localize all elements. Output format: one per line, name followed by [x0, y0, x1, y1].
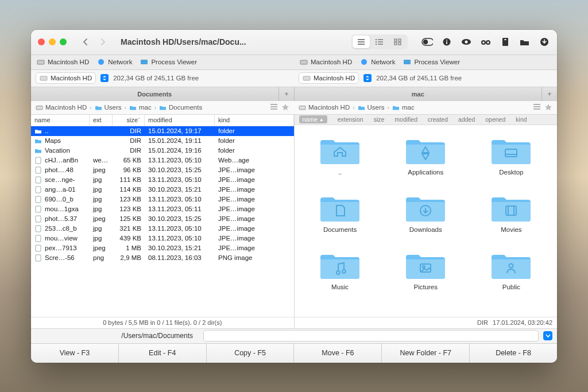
grid-item-label: Public	[502, 284, 520, 290]
svg-rect-35	[36, 106, 42, 110]
file-row[interactable]: ang…a-01jpg114 KB30.10.2023, 15:21JPE…im…	[31, 185, 294, 195]
file-row[interactable]: mou…1gxajpg123 KB13.11.2023, 05:11JPE…im…	[31, 204, 294, 214]
drive-selector-right[interactable]: Macintosh HD	[299, 72, 359, 84]
grid-col-size[interactable]: size	[374, 116, 385, 123]
minimize-window-button[interactable]	[49, 38, 56, 45]
archive-icon[interactable]	[500, 36, 511, 48]
breadcrumb-right: Macintosh HD›Users›mac	[294, 101, 557, 114]
star-icon[interactable]	[281, 103, 289, 111]
folder-icon[interactable]	[519, 36, 531, 48]
svg-rect-27	[37, 60, 44, 64]
grid-col-extension[interactable]: extension	[338, 116, 363, 123]
file-row[interactable]: VacationDIR15.01.2024, 19:16folder	[31, 146, 294, 156]
file-row[interactable]: 690…0_bjpg123 KB13.11.2023, 05:10JPE…ima…	[31, 195, 294, 204]
grid-item[interactable]: Public	[471, 248, 551, 290]
view-button[interactable]: View - F3	[31, 344, 119, 363]
col-size-header[interactable]: size	[113, 115, 145, 126]
close-window-button[interactable]	[38, 38, 45, 45]
grid-item[interactable]: ..	[300, 133, 380, 176]
star-icon[interactable]	[544, 103, 552, 111]
info-icon[interactable]	[441, 36, 452, 48]
delete-button[interactable]: Delete - F8	[470, 344, 557, 363]
file-row[interactable]: mou…viewjpg439 KB13.11.2023, 05:10JPE…im…	[31, 234, 294, 243]
file-row[interactable]: phot…5.37jpeg125 KB30.10.2023, 15:25JPE……	[31, 214, 294, 224]
location-process-left[interactable]: Process Viewer	[140, 58, 197, 66]
svg-point-23	[487, 41, 489, 44]
drive-selector-left[interactable]: Macintosh HD	[36, 72, 96, 84]
breadcrumb-segment[interactable]: Macintosh HD	[36, 104, 87, 111]
breadcrumb-segment[interactable]: Macintosh HD	[299, 104, 350, 111]
file-row[interactable]: 253…c8_bjpg321 KB13.11.2023, 05:10JPE…im…	[31, 224, 294, 234]
file-row[interactable]: ..DIR15.01.2024, 19:17folder	[31, 126, 294, 136]
file-row[interactable]: sce…nge-jpg111 KB13.11.2023, 05:10JPE…im…	[31, 175, 294, 185]
path-row: /Users/mac/Documents	[31, 328, 557, 343]
path-field[interactable]	[203, 330, 539, 341]
file-row[interactable]: pex…7913jpeg1 MB30.10.2023, 15:21JPE…ima…	[31, 243, 294, 253]
grid-item[interactable]: Documents	[300, 191, 380, 233]
location-hd-left[interactable]: Macintosh HD	[37, 58, 89, 66]
nav-forward-button[interactable]	[94, 35, 111, 49]
grid-col-modified[interactable]: modified	[394, 116, 417, 123]
nav-back-button[interactable]	[77, 35, 94, 49]
file-row[interactable]: phot….48jpeg96 KB30.10.2023, 15:25JPE…im…	[31, 165, 294, 175]
location-network-left[interactable]: Network	[97, 58, 132, 66]
col-name-header[interactable]: name	[31, 115, 90, 126]
binoculars-icon[interactable]	[480, 36, 492, 48]
right-grid-scroll[interactable]: ..ApplicationsDesktopDocumentsDownloadsM…	[295, 125, 558, 317]
col-modified-header[interactable]: modified	[145, 115, 215, 126]
right-footer-kind: DIR	[477, 319, 488, 326]
toggle-icon[interactable]	[421, 36, 433, 48]
breadcrumb-segment[interactable]: mac	[129, 104, 152, 111]
list-menu-icon[interactable]	[533, 103, 541, 111]
breadcrumb-segment[interactable]: Users	[358, 104, 385, 111]
grid-col-opened[interactable]: opened	[485, 116, 505, 123]
grid-item[interactable]: Desktop	[471, 133, 551, 176]
view-grid-button[interactable]	[389, 36, 407, 48]
breadcrumb-segment[interactable]: mac	[392, 104, 415, 111]
grid-item[interactable]: Movies	[471, 191, 551, 233]
tab-right[interactable]: mac	[295, 87, 543, 101]
location-hd-right[interactable]: Macintosh HD	[300, 58, 352, 66]
folder-icon	[319, 248, 361, 280]
file-row[interactable]: MapsDIR15.01.2024, 19:11folder	[31, 136, 294, 146]
grid-item[interactable]: Applications	[386, 133, 466, 176]
svg-point-19	[465, 41, 468, 44]
download-icon[interactable]	[539, 36, 550, 48]
grid-item[interactable]: Music	[300, 248, 380, 290]
view-list-button[interactable]	[353, 36, 370, 48]
drive-dropdown-right[interactable]	[363, 74, 372, 82]
move-button[interactable]: Move - F6	[294, 344, 382, 363]
grid-col-name[interactable]: name ▲	[299, 115, 327, 123]
col-ext-header[interactable]: ext	[90, 115, 113, 126]
svg-rect-7	[376, 41, 377, 42]
location-process-right[interactable]: Process Viewer	[403, 58, 460, 66]
location-network-right[interactable]: Network	[360, 58, 395, 66]
file-row[interactable]: cHJ…anBnwe…65 KB13.11.2023, 05:10Web…age	[31, 156, 294, 165]
drive-dropdown-left[interactable]	[100, 74, 109, 82]
grid-item[interactable]: Pictures	[386, 248, 466, 290]
svg-rect-46	[36, 187, 41, 193]
view-columns-button[interactable]	[371, 36, 388, 48]
grid-item[interactable]: Downloads	[386, 191, 466, 233]
col-kind-header[interactable]: kind	[215, 115, 294, 126]
path-dropdown[interactable]	[543, 331, 552, 340]
drive-strip: Macintosh HD 202,34 GB of 245,11 GB free…	[31, 70, 557, 87]
grid-col-added[interactable]: added	[458, 116, 475, 123]
left-column-headers: name ext size modified kind	[31, 115, 294, 126]
file-row[interactable]: Scre…-56png2,9 MB08.11.2023, 16:03PNG im…	[31, 253, 294, 263]
grid-col-kind[interactable]: kind	[516, 116, 527, 123]
grid-col-created[interactable]: created	[428, 116, 448, 123]
preview-icon[interactable]	[461, 36, 472, 48]
tab-add-left[interactable]: ＋	[279, 87, 294, 101]
left-file-list[interactable]: ..DIR15.01.2024, 19:17folderMapsDIR15.01…	[31, 126, 294, 317]
tab-left[interactable]: Documents	[31, 87, 279, 101]
zoom-window-button[interactable]	[60, 38, 67, 45]
copy-button[interactable]: Copy - F5	[207, 344, 295, 363]
breadcrumb-segment[interactable]: Documents	[159, 104, 202, 111]
svg-rect-10	[399, 39, 401, 41]
breadcrumb-segment[interactable]: Users	[95, 104, 122, 111]
edit-button[interactable]: Edit - F4	[119, 344, 207, 363]
new-folder-button[interactable]: New Folder - F7	[382, 344, 470, 363]
list-menu-icon[interactable]	[270, 103, 278, 111]
tab-add-right[interactable]: ＋	[542, 87, 557, 101]
